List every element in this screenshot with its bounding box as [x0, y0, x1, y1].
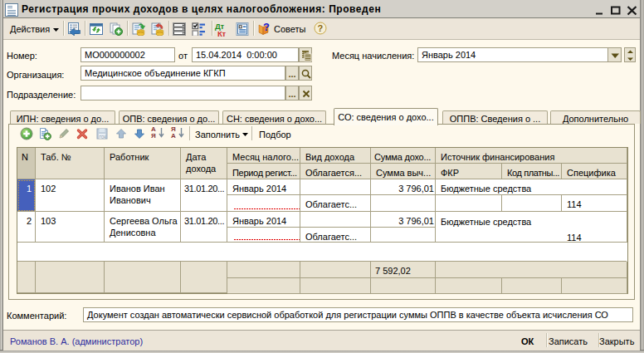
svg-text:?: ? [318, 23, 324, 33]
svg-text:ГОК: ГОК [100, 135, 107, 140]
svg-text:?: ? [263, 22, 270, 33]
